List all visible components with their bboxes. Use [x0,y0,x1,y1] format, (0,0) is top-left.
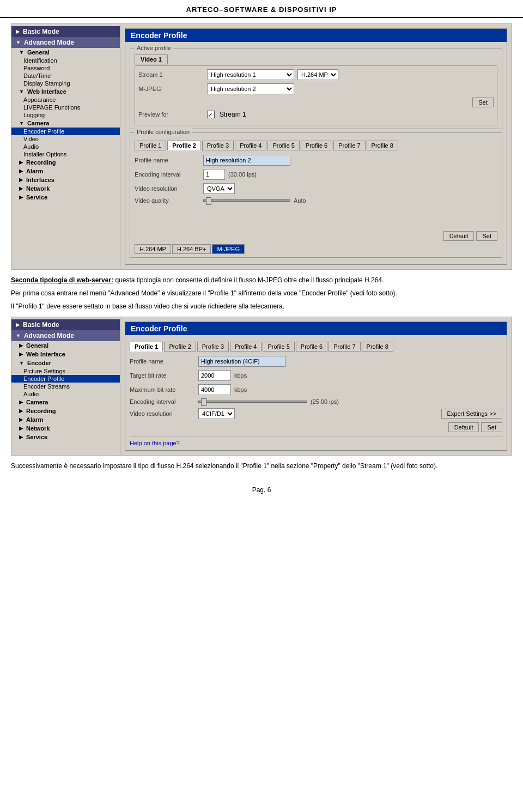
sidebar-item-encoder-profile[interactable]: Encoder Profile [11,128,120,135]
profile-name-input[interactable] [203,155,290,166]
sidebar-item-alarm[interactable]: ▶ Alarm [11,167,120,175]
max-bitrate-input[interactable] [198,384,231,395]
sidebar-label: Interfaces [26,177,54,183]
stream1-codec-select[interactable]: H.264 MP [297,69,338,80]
tab-profile4[interactable]: Profile 4 [235,141,266,150]
sidebar-item-logging[interactable]: Logging [11,111,120,119]
sidebar-label: Audio [23,391,39,397]
tab-profile7[interactable]: Profile 7 [333,141,365,150]
target-bitrate-unit: kbps [234,372,247,379]
active-profile-section: Active profile Video 1 Stream 1 High res… [130,49,502,129]
sidebar-item-password[interactable]: Password [11,64,120,72]
sidebar2-item-alarm[interactable]: ▶ Alarm [11,415,120,424]
video-quality-slider[interactable] [203,199,290,202]
sidebar2-item-basic-mode[interactable]: ▶ Basic Mode [11,319,120,330]
help-link[interactable]: Help on this page? [130,440,180,446]
sidebar-item-installer-options[interactable]: Installer Options [11,150,120,158]
preview-label: Preview for [138,111,204,118]
sidebar2-item-network[interactable]: ▶ Network [11,424,120,433]
max-bitrate-row: Maximum bit rate kbps [130,384,502,395]
video-resolution-select[interactable]: QVGA [203,183,235,194]
sidebar-label: Installer Options [23,151,66,157]
sidebar-label: Recording [26,159,56,166]
codec-tab-h264mp[interactable]: H.264 MP [135,244,171,254]
sidebar-label: General [26,342,48,349]
tab-profile5[interactable]: Profile 5 [267,141,299,150]
tab-profile8[interactable]: Profile 8 [367,141,398,150]
sidebar-item-video[interactable]: Video [11,135,120,143]
sidebar2-item-encoder-streams[interactable]: Encoder Streams [11,383,120,390]
sidebar2-item-encoder[interactable]: ▼ Encoder [11,359,120,367]
arrow-icon: ▶ [19,177,23,183]
tab2-profile1[interactable]: Profile 1 [130,342,163,352]
target-bitrate-input[interactable] [198,370,231,381]
tab2-profile6[interactable]: Profile 6 [296,342,327,352]
preview-checkbox[interactable]: ✓ [207,111,215,118]
tab2-profile2[interactable]: Profile 2 [164,342,196,352]
mjpeg-select[interactable]: High resolution 2 [207,83,294,94]
tab-profile3[interactable]: Profile 3 [202,141,234,150]
sidebar-item-display-stamping[interactable]: Display Stamping [11,80,120,87]
sidebar-item-audio[interactable]: Audio [11,143,120,150]
encoding-slider[interactable] [198,401,307,403]
max-bitrate-label: Maximum bit rate [130,386,195,393]
sidebar2-item-camera[interactable]: ▶ Camera [11,398,120,407]
preview-stream: Stream 1 [220,111,246,118]
header-title: ARTECO–SOFTWARE & DISPOSITIVI IP [186,5,337,14]
sidebar2-item-general[interactable]: ▶ General [11,341,120,350]
tab2-profile8[interactable]: Profile 8 [362,342,393,352]
sidebar-item-livepage[interactable]: LIVEPAGE Functions [11,104,120,111]
tab-profile2[interactable]: Profile 2 [167,141,200,150]
sidebar-label: Camera [26,399,48,405]
sidebar-item-basic-mode[interactable]: ▶ Basic Mode [11,26,120,37]
sidebar-item-interfaces[interactable]: ▶ Interfaces [11,175,120,184]
codec-tab-mjpeg[interactable]: M-JPEG [212,244,245,254]
encoding-interval-input[interactable] [203,169,225,180]
codec-tab-h264bp[interactable]: H.264 BP+ [172,244,211,254]
stream1-select[interactable]: High resolution 1 [207,69,294,80]
section-label-profile-config: Profile configuration [135,129,192,135]
sidebar-item-datetime[interactable]: Date/Time [11,72,120,80]
set-button-3[interactable]: Set [481,422,502,432]
sidebar-item-general[interactable]: ▼ General [11,48,120,57]
default-button[interactable]: Default [443,231,475,241]
arrow-icon: ▼ [19,120,24,126]
tab2-profile5[interactable]: Profile 5 [263,342,294,352]
text-paragraph-1: Seconda tipologia di web-server: questa … [11,275,512,285]
arrow-icon: ▼ [16,40,21,45]
sidebar2-item-service[interactable]: ▶ Service [11,433,120,441]
sidebar2-item-audio[interactable]: Audio [11,390,120,398]
sidebar-item-appearance[interactable]: Appearance [11,96,120,104]
sidebar-item-recording[interactable]: ▶ Recording [11,158,120,167]
sidebar2-item-advanced-mode[interactable]: ▼ Advanced Mode [11,330,120,341]
text-rest-1: questa tipologia non consente di definir… [113,276,384,284]
tab-profile1[interactable]: Profile 1 [135,141,166,150]
tab2-profile3[interactable]: Profile 3 [197,342,229,352]
sidebar2-item-picture-settings[interactable]: Picture Settings [11,367,120,375]
tab-profile6[interactable]: Profile 6 [301,141,332,150]
tab2-profile7[interactable]: Profile 7 [329,342,360,352]
set-button-1[interactable]: Set [472,98,494,107]
sidebar-item-camera[interactable]: ▼ Camera [11,119,120,128]
sidebar2-item-web-interface[interactable]: ▶ Web Interface [11,350,120,359]
profile-name-input-2[interactable] [198,356,285,367]
sidebar-item-network[interactable]: ▶ Network [11,184,120,193]
video1-tab[interactable]: Video 1 [135,54,168,64]
expert-settings-button[interactable]: Expert Settings >> [441,409,503,419]
sidebar-item-identification[interactable]: Identification [11,57,120,64]
sidebar-label: Encoder [27,360,51,366]
video-resolution-select-2[interactable]: 4CIF/D1 [198,408,235,419]
default-button-2[interactable]: Default [448,422,479,432]
target-bitrate-label: Target bit rate [130,372,195,379]
sidebar-label: Date/Time [23,72,51,79]
sidebar2-item-recording[interactable]: ▶ Recording [11,407,120,415]
sidebar2-item-encoder-profile[interactable]: Encoder Profile [11,375,120,383]
sidebar-item-advanced-mode[interactable]: ▼ Advanced Mode [11,37,120,48]
tab2-profile4[interactable]: Profile 4 [230,342,262,352]
screenshot2: ▶ Basic Mode ▼ Advanced Mode ▶ General ▶… [11,317,512,456]
arrow-icon: ▶ [19,343,23,348]
set-button-2[interactable]: Set [476,231,497,241]
sidebar-item-web-interface[interactable]: ▼ Web Interface [11,87,120,96]
arrow-icon: ▼ [16,333,21,338]
sidebar-item-service[interactable]: ▶ Service [11,193,120,202]
